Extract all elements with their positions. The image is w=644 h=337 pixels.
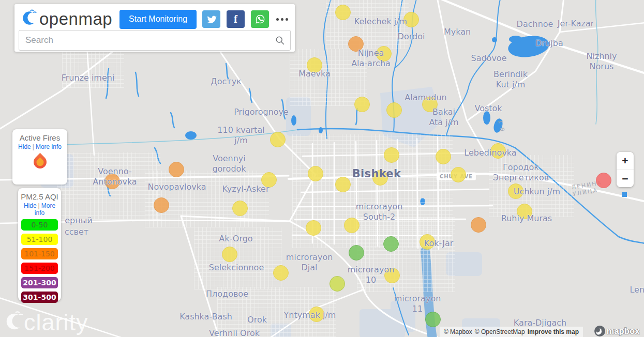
aqi-marker-0-50[interactable] [349,245,364,261]
aqi-range-301-500: 301-500 [21,292,58,303]
active-fires-title: Active Fires [12,133,67,142]
twitter-bird-icon [206,14,217,24]
pm25-aqi-legend-panel: PM2.5 AQI Hide|More info 0-5051-100101-1… [18,188,61,301]
aqi-marker-51-100[interactable] [376,46,392,62]
aqi-range-list: 0-5051-100101-150151-200201-300301-500 [18,219,61,303]
zoom-out-button[interactable]: − [617,170,634,187]
aqi-marker-101-150[interactable] [104,174,120,189]
zoom-in-button[interactable]: + [617,152,634,170]
start-monitoring-button[interactable]: Start Monitoring [119,10,197,29]
aqi-marker-51-100[interactable] [344,218,360,233]
clarity-watermark: clarity [5,309,88,336]
twitter-share-button[interactable] [202,10,220,28]
aqi-marker-51-100[interactable] [451,167,466,182]
aqi-marker-101-150[interactable] [154,197,169,213]
aqi-range-0-50: 0-50 [21,219,58,231]
aqi-marker-101-150[interactable] [471,217,486,233]
aqi-marker-51-100[interactable] [490,143,506,159]
aqi-marker-51-100[interactable] [354,97,370,112]
facebook-share-button[interactable]: f [227,10,245,28]
openmap-swoosh-logo-icon [22,9,37,29]
aqi-marker-51-100[interactable] [384,147,399,163]
aqi-marker-51-100[interactable] [232,201,248,216]
active-fires-more-info-link[interactable]: More info [36,143,62,150]
aqi-marker-51-100[interactable] [517,204,532,219]
brand-name: openmap [39,9,112,29]
aqi-marker-51-100[interactable] [330,276,345,292]
aqi-marker-0-50[interactable] [425,312,441,327]
aqi-marker-51-100[interactable] [436,149,451,164]
mapbox-pinwheel-icon [594,326,605,336]
aqi-range-51-100: 51-100 [21,234,58,245]
aqi-marker-0-50[interactable] [383,236,399,252]
aqi-hide-link[interactable]: Hide [24,202,37,209]
aqi-marker-51-100[interactable] [384,268,400,283]
aqi-marker-101-150[interactable] [169,162,184,177]
aqi-marker-51-100[interactable] [386,102,402,118]
link-separator: | [33,143,34,150]
aqi-marker-51-100[interactable] [309,307,324,322]
ellipsis-icon[interactable] [276,18,288,21]
aqi-range-151-200: 151-200 [21,263,58,274]
clarity-brand-name: clarity [24,309,88,336]
aqi-marker-51-100[interactable] [306,220,321,236]
aqi-marker-51-100[interactable] [335,177,351,192]
mapbox-logo-text: mapbox [607,327,640,336]
header-card: openmap Start Monitoring f [14,4,295,52]
aqi-marker-51-100[interactable] [420,234,435,250]
aqi-marker-51-100[interactable] [335,5,351,20]
aqi-marker-51-100[interactable] [508,183,523,199]
aqi-marker-151-200[interactable] [596,173,611,188]
aqi-marker-51-100[interactable] [261,172,277,188]
aqi-range-201-300: 201-300 [21,277,58,288]
aqi-marker-101-150[interactable] [348,36,364,52]
link-separator: | [38,202,40,209]
improve-this-map-link[interactable]: Improve this map [528,328,579,335]
osm-attribution-link[interactable]: © OpenStreetMap [475,328,525,335]
aqi-marker-51-100[interactable] [422,97,438,112]
aqi-marker-51-100[interactable] [307,57,322,73]
aqi-more-info-link[interactable]: More info [35,202,55,217]
mapbox-attribution-link[interactable]: © Mapbox [444,328,472,335]
fire-icon [31,152,49,173]
aqi-range-101-150: 101-150 [21,248,58,259]
social-buttons: f [202,10,269,28]
aqi-marker-51-100[interactable] [403,12,419,27]
facebook-f-icon: f [234,13,237,26]
search-box [19,30,291,51]
clarity-swoosh-logo-icon [5,311,24,334]
whatsapp-share-button[interactable] [251,10,269,28]
map-attribution: © Mapbox © OpenStreetMap Improve this ma… [440,327,583,337]
search-icon[interactable] [275,35,285,45]
aqi-marker-51-100[interactable] [308,166,323,181]
openmap-app: Kelechek j/mDordoiMykanDachnoeJer-KazarD… [0,0,644,337]
whatsapp-icon [255,14,265,24]
aqi-marker-51-100[interactable] [222,247,237,262]
search-input[interactable] [19,35,275,45]
active-fires-hide-link[interactable]: Hide [18,143,31,150]
mapbox-logo[interactable]: mapbox [594,326,640,336]
aqi-marker-51-100[interactable] [273,265,289,281]
aqi-marker-51-100[interactable] [270,132,286,147]
aqi-legend-title: PM2.5 AQI [18,192,61,201]
zoom-controls: + − [617,152,634,187]
aqi-marker-51-100[interactable] [372,170,388,186]
active-fires-panel: Active Fires Hide|More info [12,129,67,185]
